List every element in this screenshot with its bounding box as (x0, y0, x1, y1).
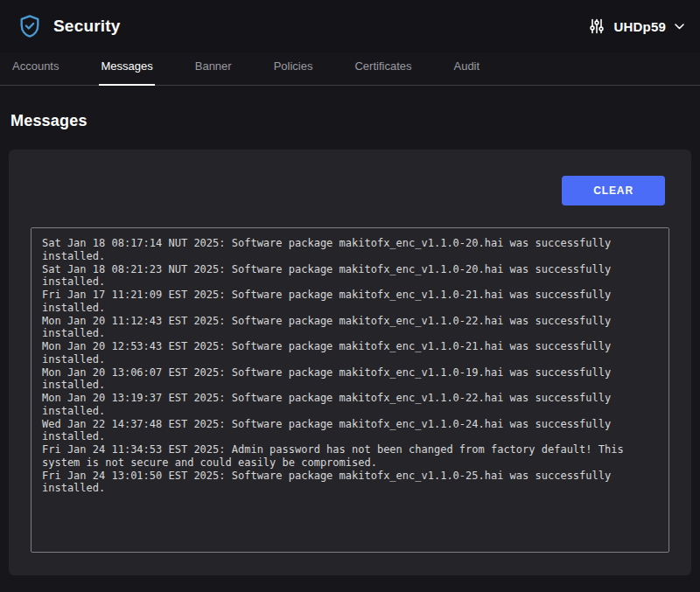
chevron-down-icon (675, 24, 684, 30)
tab-messages[interactable]: Messages (99, 54, 154, 86)
log-line: Wed Jan 22 14:37:48 EST 2025: Software p… (42, 418, 658, 444)
log-line: Mon Jan 20 13:06:07 EST 2025: Software p… (42, 366, 658, 393)
log-line: Fri Jan 24 13:01:50 EST 2025: Software p… (42, 470, 658, 496)
page-title: Messages (10, 112, 690, 130)
log-line: Fri Jan 24 11:34:53 EST 2025: Admin pass… (42, 443, 658, 470)
clear-button[interactable]: CLEAR (562, 176, 665, 205)
panel-toolbar: CLEAR (31, 176, 669, 205)
log-line: Mon Jan 20 12:53:43 EST 2025: Software p… (42, 340, 658, 366)
shield-check-icon (18, 13, 42, 39)
device-name: UHDp59 (613, 19, 666, 34)
header-brand: Security (18, 13, 121, 39)
device-selector[interactable]: UHDp59 (589, 18, 684, 34)
log-line: Mon Jan 20 11:12:43 EST 2025: Software p… (42, 315, 658, 341)
messages-panel: CLEAR Sat Jan 18 08:17:14 NUT 2025: Soft… (9, 150, 691, 575)
app-title: Security (53, 17, 121, 36)
log-line: Fri Jan 17 11:21:09 EST 2025: Software p… (42, 289, 658, 315)
tab-banner[interactable]: Banner (193, 54, 234, 86)
tab-accounts[interactable]: Accounts (10, 54, 60, 86)
tab-audit[interactable]: Audit (452, 54, 481, 86)
tab-policies[interactable]: Policies (272, 54, 315, 86)
log-line: Sat Jan 18 08:17:14 NUT 2025: Software p… (42, 237, 658, 263)
log-line: Sat Jan 18 08:21:23 NUT 2025: Software p… (42, 263, 658, 289)
message-log[interactable]: Sat Jan 18 08:17:14 NUT 2025: Software p… (31, 227, 669, 553)
app-header: Security UHDp59 (0, 0, 700, 52)
log-line: Mon Jan 20 13:19:37 EST 2025: Software p… (42, 392, 658, 418)
sliders-icon (589, 18, 605, 34)
tab-certificates[interactable]: Certificates (353, 54, 413, 86)
security-page: Security UHDp59 AccountsMessage (0, 0, 700, 575)
tab-bar: AccountsMessagesBannerPoliciesCertificat… (0, 54, 700, 86)
